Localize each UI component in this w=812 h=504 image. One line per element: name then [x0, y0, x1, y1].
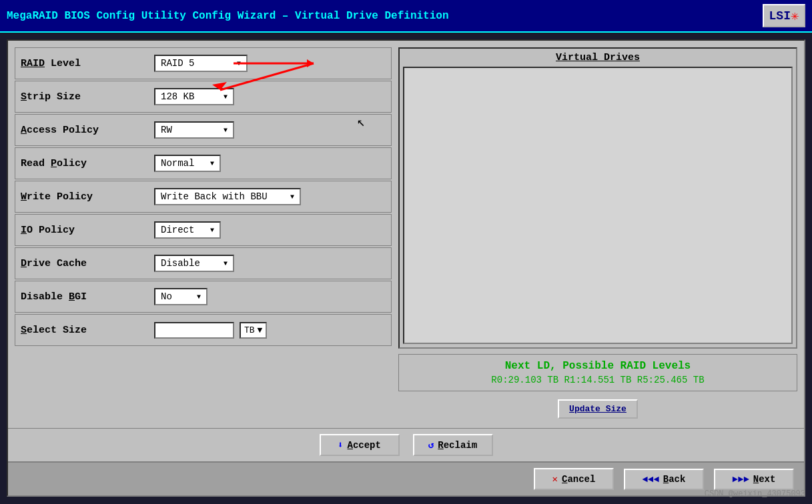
main-container: RAID Level RAID 5 ▼ Strip Size 128 KB: [7, 39, 805, 497]
raid-info-title: Next LD, Possible RAID Levels: [404, 360, 791, 372]
next-icon: ►►►: [733, 474, 749, 485]
io-policy-select[interactable]: Direct ▼: [154, 221, 221, 239]
access-policy-label: Access Policy: [21, 125, 154, 136]
back-button[interactable]: ◄◄◄ Back: [624, 469, 704, 490]
select-size-row: Select Size TB ▼: [15, 314, 392, 346]
cancel-icon: ✕: [552, 473, 558, 485]
update-size-button[interactable]: Update Size: [558, 399, 638, 419]
lsi-logo: LSI ✳: [763, 4, 805, 27]
io-policy-row: IO Policy Direct ▼: [15, 214, 392, 246]
write-policy-label: Write Policy: [21, 191, 154, 203]
reclaim-button[interactable]: ↺ Reclaim: [413, 434, 493, 456]
next-button[interactable]: ►►► Next: [714, 469, 794, 490]
strip-size-select[interactable]: 128 KB ▼: [154, 88, 234, 105]
select-size-label: Select Size: [21, 325, 154, 336]
drive-cache-select[interactable]: Disable ▼: [154, 255, 234, 272]
write-policy-control: Write Back with BBU ▼: [154, 188, 386, 205]
cancel-button[interactable]: ✕ Cancel: [534, 468, 614, 490]
virtual-drives-content: [403, 67, 793, 344]
raid-info-values: R0:29.103 TB R1:14.551 TB R5:25.465 TB: [404, 375, 791, 385]
select-size-control: TB ▼: [154, 322, 386, 339]
strip-size-value: 128 KB: [161, 91, 194, 102]
access-policy-control: RW ▼: [154, 121, 386, 139]
raid-level-label: RAID Level: [21, 58, 154, 69]
back-label: Back: [663, 474, 686, 485]
update-size-area: Update Size: [398, 397, 797, 421]
io-policy-value: Direct: [161, 225, 194, 235]
drive-cache-value: Disable: [161, 258, 200, 269]
disable-bgi-row: Disable BGI No ▼: [15, 281, 392, 313]
accept-button[interactable]: ⬇ Accept: [320, 434, 400, 456]
disable-bgi-control: No ▼: [154, 288, 386, 305]
accept-label: Accept: [348, 440, 381, 451]
nav-buttons-bar: ✕ Cancel ◄◄◄ Back ►►► Next: [8, 461, 804, 495]
write-policy-row: Write Policy Write Back with BBU ▼: [15, 181, 392, 213]
content-area: RAID Level RAID 5 ▼ Strip Size 128 KB: [8, 41, 804, 428]
watermark: CSDN @weixin_43075093: [705, 489, 805, 499]
size-unit-select[interactable]: TB ▼: [240, 322, 267, 339]
reclaim-icon: ↺: [428, 439, 434, 451]
access-policy-value: RW: [161, 125, 172, 135]
access-policy-select[interactable]: RW ▼: [154, 121, 234, 139]
write-policy-arrow-icon: ▼: [290, 193, 294, 201]
lsi-star-icon: ✳: [791, 7, 799, 24]
drive-cache-control: Disable ▼: [154, 255, 386, 272]
raid-level-control: RAID 5 ▼: [154, 55, 386, 72]
raid-info-box: Next LD, Possible RAID Levels R0:29.103 …: [398, 354, 797, 391]
size-input-row: TB ▼: [154, 322, 267, 339]
virtual-drives-box: Virtual Drives: [398, 47, 797, 349]
cancel-label: Cancel: [562, 474, 595, 485]
disable-bgi-arrow-icon: ▼: [197, 293, 201, 301]
write-policy-select[interactable]: Write Back with BBU ▼: [154, 188, 301, 205]
drive-cache-row: Drive Cache Disable ▼: [15, 247, 392, 279]
lsi-text: LSI: [769, 9, 791, 23]
disable-bgi-value: No: [161, 291, 172, 302]
access-policy-row: Access Policy RW ▼: [15, 114, 392, 146]
io-policy-control: Direct ▼: [154, 221, 386, 239]
raid-level-row: RAID Level RAID 5 ▼: [15, 47, 392, 79]
virtual-drives-title: Virtual Drives: [403, 52, 793, 63]
accept-reclaim-bar: ⬇ Accept ↺ Reclaim: [8, 428, 804, 461]
read-policy-row: Read Policy Normal ▼: [15, 147, 392, 179]
strip-size-row: Strip Size 128 KB ▼: [15, 81, 392, 113]
size-unit-arrow-icon: ▼: [258, 325, 263, 335]
access-policy-arrow-icon: ▼: [224, 127, 228, 134]
next-label: Next: [753, 474, 776, 485]
write-policy-value: Write Back with BBU: [161, 191, 268, 202]
read-policy-control: Normal ▼: [154, 155, 386, 172]
raid-level-arrow-icon: ▼: [237, 60, 241, 67]
read-policy-arrow-icon: ▼: [210, 160, 214, 167]
disable-bgi-select[interactable]: No ▼: [154, 288, 208, 305]
title-bar: MegaRAID BIOS Config Utility Config Wiza…: [0, 0, 812, 33]
size-unit-value: TB: [244, 325, 255, 335]
reclaim-label: Reclaim: [438, 440, 477, 451]
raid-level-value: RAID 5: [161, 58, 194, 69]
strip-size-label: Strip Size: [21, 91, 154, 103]
read-policy-value: Normal: [161, 158, 194, 169]
read-policy-select[interactable]: Normal ▼: [154, 155, 221, 172]
raid-level-select[interactable]: RAID 5 ▼: [154, 55, 248, 72]
window-title: MegaRAID BIOS Config Utility Config Wiza…: [7, 10, 449, 22]
read-policy-label: Read Policy: [21, 158, 154, 169]
drive-cache-arrow-icon: ▼: [224, 260, 228, 267]
disable-bgi-label: Disable BGI: [21, 291, 154, 303]
right-panel: Virtual Drives Next LD, Possible RAID Le…: [398, 47, 797, 421]
back-icon: ◄◄◄: [643, 474, 659, 485]
drive-cache-label: Drive Cache: [21, 258, 154, 269]
left-panel: RAID Level RAID 5 ▼ Strip Size 128 KB: [15, 47, 392, 421]
strip-size-control: 128 KB ▼: [154, 88, 386, 105]
accept-icon: ⬇: [338, 439, 343, 451]
size-input-field[interactable]: [154, 322, 234, 339]
io-policy-arrow-icon: ▼: [210, 227, 214, 234]
io-policy-label: IO Policy: [21, 225, 154, 236]
strip-size-arrow-icon: ▼: [224, 93, 228, 101]
